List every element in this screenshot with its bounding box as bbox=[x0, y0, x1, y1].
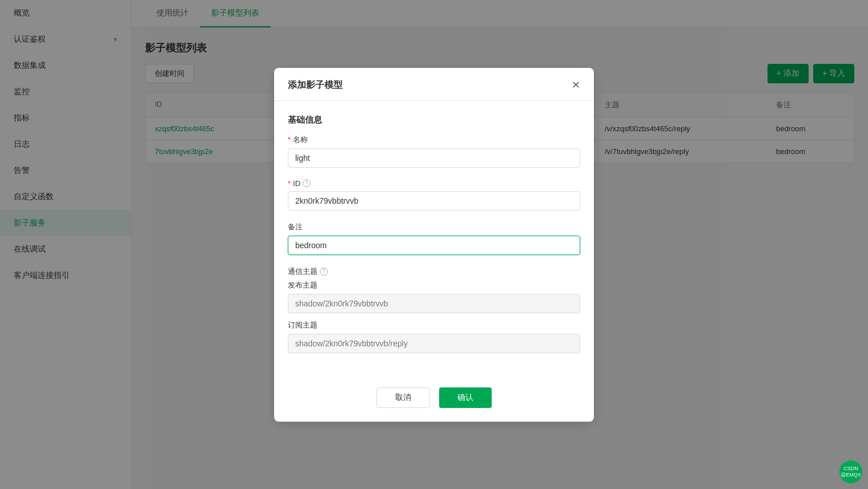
publish-topic-input bbox=[288, 294, 580, 313]
modal-footer: 取消 确认 bbox=[274, 378, 594, 422]
cancel-button[interactable]: 取消 bbox=[376, 387, 430, 408]
publish-group: 发布主题 bbox=[288, 280, 580, 313]
modal-body: 基础信息 * 名称 * ID ? 备 bbox=[274, 101, 594, 378]
modal-header: 添加影子模型 ✕ bbox=[274, 68, 594, 101]
note-label: 备注 bbox=[288, 222, 580, 232]
required-mark: * bbox=[288, 179, 291, 188]
modal-title: 添加影子模型 bbox=[288, 79, 343, 91]
id-input[interactable] bbox=[288, 191, 580, 211]
form-group-id: * ID ? bbox=[288, 179, 580, 211]
modal-overlay[interactable]: 添加影子模型 ✕ 基础信息 * 名称 * ID ? bbox=[0, 0, 868, 489]
name-label: * 名称 bbox=[288, 135, 580, 145]
name-input[interactable] bbox=[288, 148, 580, 168]
confirm-button[interactable]: 确认 bbox=[439, 387, 492, 408]
publish-label: 发布主题 bbox=[288, 280, 580, 290]
form-group-note: 备注 bbox=[288, 222, 580, 255]
info-icon: ? bbox=[303, 179, 311, 187]
id-label: * ID ? bbox=[288, 179, 580, 188]
subscribe-topic-input bbox=[288, 334, 580, 353]
close-button[interactable]: ✕ bbox=[572, 80, 580, 90]
communication-label: 通信主题 ? bbox=[288, 266, 580, 277]
watermark-badge: CSDN @EMQX bbox=[839, 460, 862, 483]
form-group-name: * 名称 bbox=[288, 135, 580, 168]
subscribe-label: 订阅主题 bbox=[288, 320, 580, 330]
form-group-communication: 通信主题 ? 发布主题 订阅主题 bbox=[288, 266, 580, 353]
add-shadow-modal: 添加影子模型 ✕ 基础信息 * 名称 * ID ? bbox=[274, 68, 594, 422]
section-basic-info: 基础信息 bbox=[288, 115, 580, 126]
note-input[interactable] bbox=[288, 236, 580, 255]
info-icon: ? bbox=[320, 268, 328, 276]
subscribe-group: 订阅主题 bbox=[288, 320, 580, 353]
required-mark: * bbox=[288, 135, 291, 144]
